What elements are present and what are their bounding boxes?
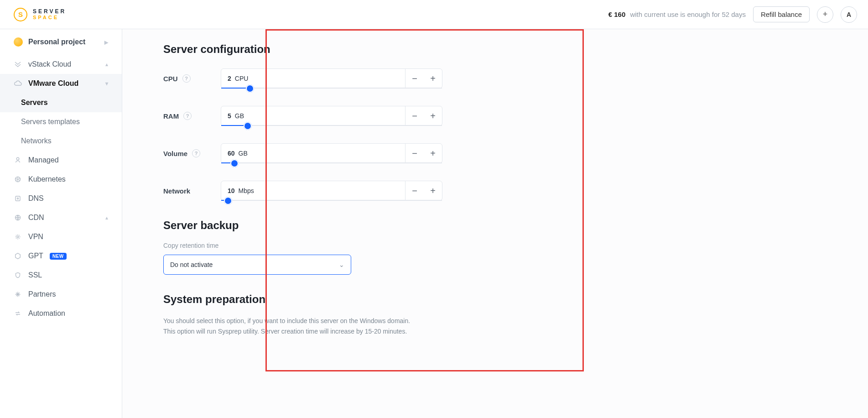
layout: Personal project ▸ vStack Cloud ▴ VMware…: [0, 29, 868, 418]
dns-icon: [14, 194, 22, 203]
label-text: Volume: [163, 150, 187, 157]
sidebar-item-templates[interactable]: Servers templates: [0, 112, 122, 131]
label-text: Network: [163, 187, 190, 195]
config-row-network: Network 10 Mbps − +: [163, 181, 442, 201]
project-switcher[interactable]: Personal project ▸: [0, 37, 122, 55]
cpu-plus-button[interactable]: +: [424, 69, 442, 88]
cpu-stepper[interactable]: 2 CPU − +: [221, 68, 442, 89]
sidebar-label: vStack Cloud: [28, 60, 71, 68]
ram-slider-thumb[interactable]: [244, 122, 252, 130]
balance-days: with current use is enough for 52 days: [630, 10, 745, 18]
svg-point-6: [17, 236, 19, 238]
add-button[interactable]: +: [817, 6, 833, 23]
sidebar: Personal project ▸ vStack Cloud ▴ VMware…: [0, 29, 122, 418]
cpu-minus-button[interactable]: −: [405, 69, 424, 88]
sidebar-item-gpt[interactable]: GPT NEW: [0, 246, 122, 266]
sidebar-item-cdn[interactable]: CDN ▴: [0, 208, 122, 227]
sidebar-item-servers[interactable]: Servers: [0, 93, 122, 112]
slider-track: [221, 88, 442, 89]
help-icon[interactable]: ?: [183, 112, 192, 120]
sidebar-item-automation[interactable]: Automation: [0, 304, 122, 323]
swap-icon: [14, 309, 22, 318]
sidebar-item-label: Servers: [21, 99, 48, 107]
brand[interactable]: S SERVER SPACE: [14, 8, 66, 21]
sidebar-label: GPT: [28, 252, 43, 260]
shield-icon: [14, 271, 22, 279]
sidebar-label: SSL: [28, 271, 42, 279]
sidebar-label: DNS: [28, 194, 44, 203]
ram-stepper[interactable]: 5 GB − +: [221, 106, 442, 126]
project-dot-icon: [14, 37, 23, 47]
volume-slider-thumb[interactable]: [230, 159, 239, 167]
new-badge: NEW: [50, 253, 67, 260]
help-icon[interactable]: ?: [182, 74, 191, 83]
chevron-down-icon: ⌄: [339, 261, 344, 268]
kubernetes-icon: [14, 175, 22, 183]
network-slider-thumb[interactable]: [224, 197, 232, 205]
chevron-up-icon: ▴: [105, 214, 108, 221]
ram-plus-button[interactable]: +: [424, 106, 442, 125]
svg-point-4: [17, 198, 19, 199]
stepper-value: 10 Mbps: [221, 187, 405, 194]
label-text: CPU: [163, 75, 178, 83]
backup-retention-select[interactable]: Do not activate ⌄: [163, 255, 351, 275]
sidebar-label: VPN: [28, 233, 43, 241]
sidebar-item-dns[interactable]: DNS: [0, 189, 122, 208]
network-minus-button[interactable]: −: [405, 181, 424, 200]
slider-track: [221, 200, 442, 201]
volume-plus-button[interactable]: +: [424, 144, 442, 163]
balance-amount: € 160: [608, 10, 626, 18]
preparation-description: You should select this option, if you wa…: [163, 316, 419, 337]
volume-unit: GB: [239, 150, 248, 157]
select-value: Do not activate: [170, 261, 213, 268]
section-title-backup: Server backup: [163, 219, 442, 232]
svg-point-2: [17, 179, 18, 180]
sidebar-item-label: Servers templates: [21, 118, 80, 126]
sidebar-item-kubernetes[interactable]: Kubernetes: [0, 170, 122, 189]
brand-wordmark: SERVER SPACE: [33, 9, 66, 20]
brand-word-line1: SERVER: [33, 9, 66, 15]
help-icon[interactable]: ?: [192, 149, 200, 157]
sidebar-item-networks[interactable]: Networks: [0, 131, 122, 151]
stepper-controls: − +: [405, 144, 442, 163]
sidebar-item-partners[interactable]: Partners: [0, 285, 122, 304]
network-unit: Mbps: [239, 187, 254, 194]
brand-mark-icon: S: [14, 8, 27, 21]
network-stepper[interactable]: 10 Mbps − +: [221, 181, 442, 201]
stepper-controls: − +: [405, 181, 442, 200]
section-title-preparation: System preparation: [163, 293, 442, 306]
sidebar-label: VMware Cloud: [28, 79, 78, 88]
refill-balance-button[interactable]: Refill balance: [753, 6, 810, 22]
label-text: RAM: [163, 112, 179, 120]
config-row-volume: Volume ? 60 GB − +: [163, 143, 442, 163]
sidebar-item-ssl[interactable]: SSL: [0, 266, 122, 285]
stepper-value: 5 GB: [221, 112, 405, 120]
cpu-unit: CPU: [235, 75, 249, 82]
section-title-configuration: Server configuration: [163, 43, 442, 56]
cpu-slider-thumb[interactable]: [246, 84, 254, 93]
sidebar-group-vmware[interactable]: VMware Cloud ▾: [0, 74, 122, 93]
stepper-value: 2 CPU: [221, 75, 405, 82]
volume-stepper[interactable]: 60 GB − +: [221, 143, 442, 163]
partners-icon: [14, 290, 22, 298]
cpu-value: 2: [228, 75, 231, 82]
ram-value: 5: [228, 112, 231, 120]
sidebar-item-vpn[interactable]: VPN: [0, 227, 122, 246]
content: Server configuration CPU ? 2 CPU − +: [143, 29, 463, 371]
ram-minus-button[interactable]: −: [405, 106, 424, 125]
chevron-up-icon: ▴: [105, 61, 108, 68]
network-plus-button[interactable]: +: [424, 181, 442, 200]
network-value: 10: [228, 187, 235, 194]
svg-point-0: [16, 157, 19, 160]
vstack-icon: [14, 60, 22, 68]
stepper-controls: − +: [405, 69, 442, 88]
chevron-down-icon: ▾: [105, 80, 108, 87]
volume-minus-button[interactable]: −: [405, 144, 424, 163]
brand-word-line2: SPACE: [33, 15, 66, 20]
sidebar-label: CDN: [28, 214, 44, 222]
sidebar-group-vstack[interactable]: vStack Cloud ▴: [0, 55, 122, 74]
avatar[interactable]: A: [841, 6, 857, 23]
globe-icon: [14, 214, 22, 222]
header: S SERVER SPACE € 160 with current use is…: [0, 0, 868, 29]
sidebar-item-managed[interactable]: Managed: [0, 151, 122, 170]
